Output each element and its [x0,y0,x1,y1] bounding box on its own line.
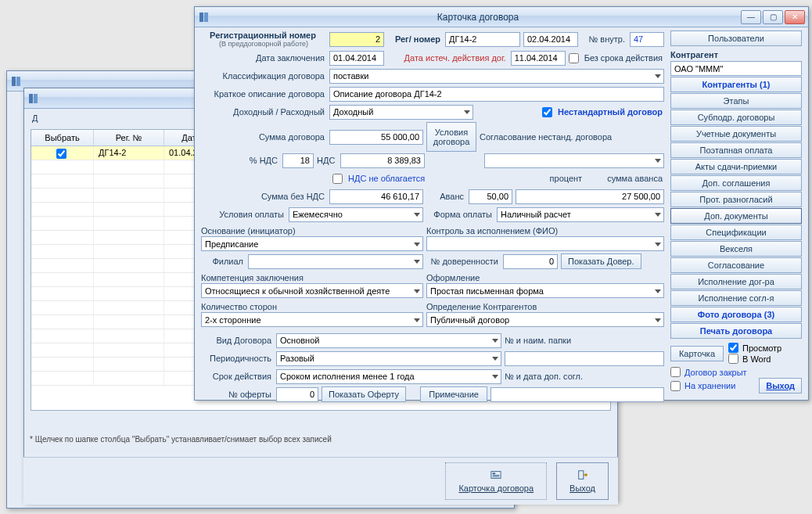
validity-label: Срок действия [201,372,273,381]
addl-date-input[interactable] [490,387,664,402]
contract-sum-input[interactable] [329,130,423,145]
col-reg[interactable]: Рег. № [94,130,164,146]
basis-input[interactable] [201,236,423,251]
control-fio-input[interactable] [426,236,664,251]
hint-text: * Щелчек по шапке столбца "Выбрать" уста… [30,435,332,444]
reg-number-label: Рег/ номер [387,34,442,44]
internal-num-input[interactable] [630,32,664,47]
show-poa-button[interactable]: Показать Довер. [561,253,641,269]
acceptance-button[interactable]: Акты сдачи-приемки [670,159,802,174]
addl-agreements-button[interactable]: Доп. соглашения [670,175,802,191]
acc-docs-button[interactable]: Учетные документы [670,126,802,142]
poa-num-input[interactable] [503,254,558,269]
offer-num-input[interactable] [276,387,318,402]
vat-input[interactable] [340,153,425,168]
folder-label: № и наим. папки [505,336,664,345]
date-conclusion-label: Дата заключения [201,53,326,63]
specs-button[interactable]: Спецификации [670,225,802,240]
reg-num-input[interactable] [329,32,384,47]
counterparty-def-input[interactable] [426,312,664,327]
maximize-button[interactable]: ▢ [763,10,783,24]
closed-checkbox[interactable] [670,367,681,377]
print-button[interactable]: Печать договора [670,323,802,339]
show-offer-button[interactable]: Показать Оферту [322,386,406,402]
vat-exempt-checkbox[interactable] [332,174,343,184]
col-select[interactable]: Выбрать [31,130,94,146]
control-fio-label: Контроль за исполнением (ФИО) [426,226,664,235]
nonstandard-checkbox[interactable] [542,107,552,117]
preview-checkbox[interactable] [728,343,738,353]
title-bar[interactable]: Карточка договора — ▢ ✕ [195,7,808,27]
svg-rect-0 [12,77,16,86]
contract-card-window: Карточка договора — ▢ ✕ Регистрационный … [194,6,809,401]
reg-number-input[interactable] [445,32,520,47]
addl-docs-button[interactable]: Доп. документы [670,208,802,224]
approval-button[interactable]: Согласование [670,257,802,273]
short-desc-input[interactable] [329,87,664,102]
counterparty-input[interactable] [670,61,802,76]
advance-pct-input[interactable] [469,189,512,204]
formalization-input[interactable] [426,283,664,298]
subcontracts-button[interactable]: Субподр. договоры [670,110,802,125]
vat-pct-input[interactable] [282,153,314,168]
stored-checkbox[interactable] [670,381,681,391]
reg-date-input[interactable] [523,32,578,47]
branch-input[interactable] [248,254,423,269]
validity-input[interactable] [276,369,501,384]
svg-rect-10 [204,13,208,22]
no-expiry-label: Без срока действия [584,53,664,63]
svg-rect-3 [34,94,38,103]
in-word-label: В Word [742,354,771,364]
payment-form-label: Форма оплаты [426,210,494,219]
closed-label: Договор закрыт [684,368,747,377]
note-button[interactable]: Примечание [420,386,487,402]
income-expense-input[interactable] [329,105,473,120]
minimize-button[interactable]: — [741,10,761,24]
nonstd-approval-label: Согласование нестанд. договора [480,132,664,142]
vat-pct-label: % НДС [201,156,279,165]
reg-num-label: Регистрационный номер [201,31,326,40]
users-button[interactable]: Пользователи [670,31,802,46]
contract-sum-label: Сумма договора [201,132,326,142]
periodicity-input[interactable] [276,351,501,366]
photo-button[interactable]: Фото договора (3) [670,307,802,322]
staged-payment-button[interactable]: Поэтапная оплата [670,142,802,158]
classification-input[interactable] [329,69,664,84]
offer-num-label: № оферты [201,390,273,399]
disagreements-button[interactable]: Прот. разногласий [670,192,802,207]
svg-rect-5 [493,473,496,474]
card-button[interactable]: Карточка [670,346,724,361]
stages-button[interactable]: Этапы [670,93,802,109]
contract-type-label: Вид Договора [201,336,273,345]
counterparties-button[interactable]: Контрагенты (1) [670,77,802,92]
exit-button[interactable]: Выход [556,462,609,500]
date-conclusion-input[interactable] [329,51,384,66]
exit-button[interactable]: Выход [759,378,802,394]
counterparty-def-label: Определение Контрагентов [426,302,664,311]
bills-button[interactable]: Векселя [670,241,802,257]
contract-type-input[interactable] [276,333,501,348]
close-button[interactable]: ✕ [785,10,805,24]
execution-button[interactable]: Исполнение дог-ра [670,274,802,289]
parties-count-label: Количество сторон [201,302,423,311]
payment-form-input[interactable] [497,207,664,222]
folder-input[interactable] [505,351,664,366]
card-button[interactable]: Карточка договора [445,462,547,500]
date-expiry-input[interactable] [511,51,566,66]
no-expiry-checkbox[interactable] [569,53,579,63]
parties-count-input[interactable] [201,312,423,327]
competence-input[interactable] [201,283,423,298]
contract-conditions-button[interactable]: Условия договора [426,122,476,152]
nonstd-approval-input[interactable] [484,153,664,168]
periodicity-label: Периодичность [201,354,273,363]
row-checkbox[interactable] [56,149,66,159]
svg-rect-6 [493,475,500,476]
exec-approval-button[interactable]: Исполнение согл-я [670,290,802,306]
payment-terms-input[interactable] [289,207,423,222]
vat-exempt-label: НДС не облагается [348,174,426,183]
sum-no-vat-input[interactable] [329,189,423,204]
stored-label: На хранении [684,381,735,390]
in-word-checkbox[interactable] [728,354,738,364]
cell-reg: ДГ14-2 [94,146,164,160]
advance-sum-input[interactable] [516,189,664,204]
